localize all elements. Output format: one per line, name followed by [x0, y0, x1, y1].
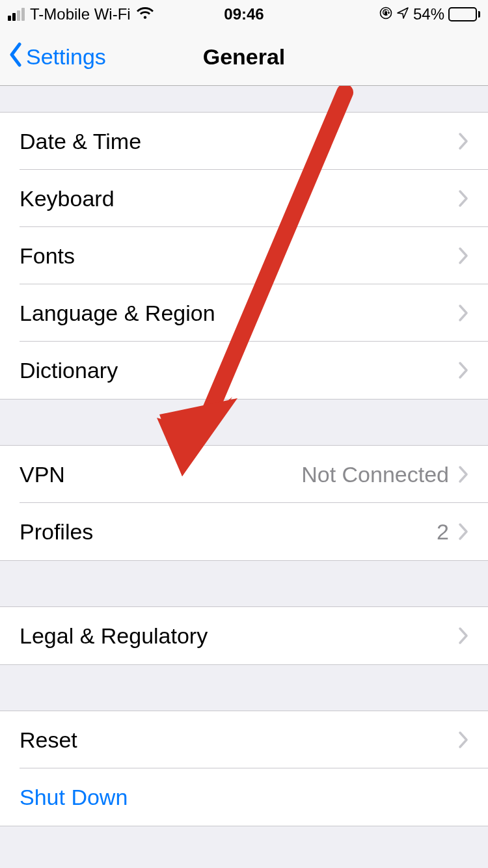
settings-group: Legal & Regulatory: [0, 606, 488, 665]
nav-bar: Settings General: [0, 29, 488, 86]
chevron-right-icon: [458, 361, 468, 379]
chevron-right-icon: [458, 304, 468, 322]
chevron-right-icon: [458, 731, 468, 749]
battery-percent: 54%: [413, 5, 444, 23]
chevron-right-icon: [458, 189, 468, 208]
page-title: General: [203, 44, 286, 70]
settings-group: Reset Shut Down: [0, 711, 488, 826]
row-keyboard[interactable]: Keyboard: [0, 170, 488, 227]
row-value: 2: [437, 519, 449, 545]
row-label: Dictionary: [20, 358, 458, 383]
chevron-right-icon: [458, 465, 468, 483]
row-date-time[interactable]: Date & Time: [0, 113, 488, 170]
location-icon: [396, 5, 409, 23]
status-left: T-Mobile Wi-Fi: [8, 5, 154, 23]
row-label: Language & Region: [20, 301, 458, 326]
row-label: Date & Time: [20, 129, 458, 154]
row-label: Profiles: [20, 519, 437, 545]
row-label: Legal & Regulatory: [20, 623, 458, 649]
row-legal-regulatory[interactable]: Legal & Regulatory: [0, 607, 488, 664]
rotation-lock-icon: [379, 5, 392, 23]
battery-icon: [448, 7, 480, 21]
group-separator: [0, 86, 488, 112]
group-separator: [0, 561, 488, 606]
chevron-right-icon: [458, 627, 468, 645]
status-bar: T-Mobile Wi-Fi 09:46 54%: [0, 0, 488, 29]
wifi-icon: [136, 5, 154, 23]
cellular-signal-icon: [8, 8, 25, 21]
settings-group: VPN Not Connected Profiles 2: [0, 445, 488, 561]
back-button[interactable]: Settings: [8, 42, 106, 72]
row-vpn[interactable]: VPN Not Connected: [0, 446, 488, 503]
group-separator: [0, 400, 488, 445]
group-separator: [0, 826, 488, 852]
row-fonts[interactable]: Fonts: [0, 227, 488, 284]
row-label: Keyboard: [20, 186, 458, 211]
row-value: Not Connected: [301, 462, 449, 487]
row-label: Shut Down: [20, 785, 468, 810]
row-shut-down[interactable]: Shut Down: [0, 768, 488, 826]
row-label: VPN: [20, 462, 301, 487]
row-reset[interactable]: Reset: [0, 711, 488, 768]
group-separator: [0, 665, 488, 711]
row-label: Fonts: [20, 243, 458, 269]
chevron-right-icon: [458, 247, 468, 265]
status-time: 09:46: [224, 5, 264, 23]
chevron-right-icon: [458, 522, 468, 541]
back-label: Settings: [26, 44, 106, 70]
row-profiles[interactable]: Profiles 2: [0, 503, 488, 560]
chevron-right-icon: [458, 132, 468, 150]
settings-group: Date & Time Keyboard Fonts Language & Re…: [0, 112, 488, 400]
row-language-region[interactable]: Language & Region: [0, 284, 488, 342]
status-right: 54%: [379, 5, 480, 23]
row-dictionary[interactable]: Dictionary: [0, 342, 488, 399]
chevron-left-icon: [8, 42, 23, 72]
carrier-label: T-Mobile Wi-Fi: [30, 5, 131, 23]
row-label: Reset: [20, 727, 458, 753]
